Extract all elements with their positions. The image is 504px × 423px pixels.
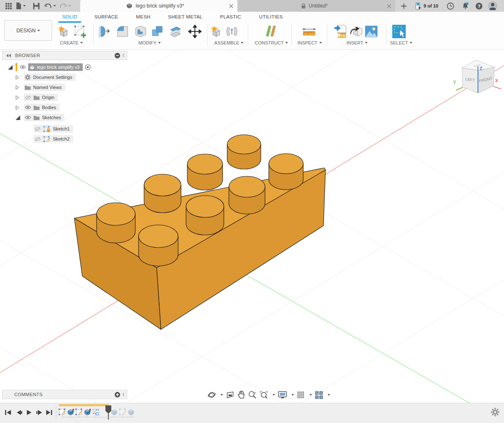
tab-sheet-metal[interactable]: SHEET METAL bbox=[168, 14, 202, 19]
tab-plastic[interactable]: PLASTIC bbox=[220, 14, 241, 19]
browser-item-sketch1[interactable]: Sketch1 bbox=[34, 125, 73, 133]
combine-button[interactable] bbox=[150, 24, 165, 39]
document-tab-active[interactable]: lego brick simplify v3* bbox=[80, 0, 237, 12]
root-document-pill[interactable]: lego brick simplify v3 bbox=[28, 63, 83, 71]
grid-settings-icon[interactable] bbox=[297, 391, 305, 399]
create-group-label[interactable]: CREATE bbox=[60, 40, 83, 45]
document-tab-inactive[interactable]: Untitled* bbox=[238, 0, 395, 12]
insert-svg-button[interactable]: SVG bbox=[333, 24, 347, 39]
browser-item-origin[interactable]: Origin bbox=[15, 93, 58, 102]
display-settings-icon[interactable] bbox=[278, 391, 287, 399]
app-grid-icon[interactable] bbox=[3, 0, 13, 12]
expand-triangle-icon[interactable] bbox=[15, 115, 21, 120]
view-cube[interactable]: TOP LEFT FRONT Z Y X bbox=[453, 60, 501, 93]
collapse-panel-icon[interactable] bbox=[6, 54, 11, 57]
help-icon[interactable]: ? bbox=[474, 0, 484, 12]
timeline-step-back-button[interactable] bbox=[14, 407, 24, 418]
collapsed-triangle-icon[interactable] bbox=[15, 75, 20, 80]
orbit-icon[interactable] bbox=[207, 391, 216, 399]
inspect-group-label[interactable]: INSPECT bbox=[297, 40, 322, 45]
timeline-go-to-end-button[interactable] bbox=[45, 407, 54, 418]
browser-item-bodies[interactable]: Bodies bbox=[15, 103, 60, 112]
joint-button[interactable] bbox=[225, 24, 239, 39]
clock-icon[interactable] bbox=[445, 0, 455, 12]
press-pull-button[interactable] bbox=[97, 24, 111, 39]
zoom-icon[interactable]: ± bbox=[248, 391, 257, 399]
create-sketch-button[interactable] bbox=[73, 24, 87, 39]
timeline-step-forward-button[interactable] bbox=[34, 407, 44, 418]
account-avatar[interactable] bbox=[486, 0, 499, 12]
browser-item-sketches[interactable]: Sketches bbox=[15, 113, 64, 122]
expand-triangle-icon[interactable] bbox=[8, 65, 13, 70]
minimize-panel-icon[interactable] bbox=[115, 53, 120, 58]
tab-utilities[interactable]: UTILITIES bbox=[259, 14, 283, 19]
activate-radio-icon[interactable] bbox=[85, 64, 91, 70]
comments-panel-header[interactable]: COMMENTS ‖ bbox=[2, 390, 127, 399]
undo-icon[interactable] bbox=[43, 0, 57, 12]
assemble-group-label[interactable]: ASSEMBLE bbox=[214, 40, 243, 45]
timeline-go-to-start-button[interactable] bbox=[3, 407, 13, 418]
new-tab-icon[interactable] bbox=[398, 0, 409, 12]
save-icon[interactable] bbox=[31, 0, 41, 12]
panel-drag-handle[interactable]: ‖ bbox=[123, 53, 124, 58]
file-menu-icon[interactable] bbox=[14, 0, 27, 12]
construct-plane-button[interactable] bbox=[264, 24, 278, 39]
modify-group-label[interactable]: MODIFY bbox=[139, 40, 161, 45]
browser-root-row[interactable]: lego brick simplify v3 bbox=[8, 63, 91, 71]
move-copy-button[interactable] bbox=[188, 24, 202, 39]
add-comment-icon[interactable] bbox=[115, 392, 120, 397]
tab-solid[interactable]: SOLID bbox=[62, 14, 77, 19]
pan-icon[interactable] bbox=[237, 391, 245, 399]
offset-face-button[interactable] bbox=[168, 24, 183, 39]
design-menu-button[interactable]: DESIGN bbox=[4, 20, 52, 41]
timeline-settings-gear-icon[interactable] bbox=[491, 407, 500, 417]
close-tab-icon[interactable] bbox=[387, 4, 391, 8]
fit-menu-caret[interactable] bbox=[273, 394, 275, 396]
orbit-menu-caret[interactable] bbox=[220, 394, 223, 396]
look-at-icon[interactable] bbox=[226, 391, 234, 399]
job-status-icon[interactable] bbox=[414, 0, 423, 12]
construct-group-label[interactable]: CONSTRUCT bbox=[255, 40, 288, 45]
fillet-button[interactable] bbox=[116, 24, 130, 39]
new-component-button[interactable] bbox=[209, 24, 223, 39]
job-status-count[interactable]: 9 of 10 bbox=[423, 0, 439, 12]
tab-mesh[interactable]: MESH bbox=[136, 14, 150, 19]
select-group-label[interactable]: SELECT bbox=[390, 40, 412, 45]
eye-off-icon[interactable] bbox=[25, 95, 31, 100]
close-tab-icon[interactable] bbox=[229, 4, 233, 8]
create-primitive-button[interactable] bbox=[57, 24, 71, 39]
measure-button[interactable] bbox=[302, 24, 316, 39]
eye-off-icon[interactable] bbox=[34, 137, 41, 141]
collapsed-triangle-icon[interactable] bbox=[15, 85, 20, 90]
browser-item-named-views[interactable]: Named Views bbox=[15, 83, 65, 91]
visibility-eye-icon[interactable] bbox=[20, 65, 26, 69]
tab-surface[interactable]: SURFACE bbox=[94, 14, 118, 19]
browser-panel-header[interactable]: BROWSER ‖ bbox=[2, 51, 127, 60]
insert-group-label[interactable]: INSERT bbox=[346, 40, 368, 45]
folder-icon bbox=[34, 95, 39, 100]
collapsed-triangle-icon[interactable] bbox=[15, 95, 20, 100]
notifications-bell-icon[interactable] bbox=[460, 0, 470, 12]
panel-drag-handle[interactable]: ‖ bbox=[123, 392, 124, 397]
viewports-icon[interactable] bbox=[315, 391, 323, 399]
grid-menu-caret[interactable] bbox=[310, 394, 312, 396]
select-button[interactable] bbox=[392, 24, 406, 39]
collapsed-triangle-icon[interactable] bbox=[15, 105, 20, 110]
insert-canvas-button[interactable] bbox=[364, 24, 378, 39]
insert-mesh-button[interactable] bbox=[349, 24, 363, 39]
sketch-edit-icon bbox=[43, 136, 50, 142]
viewport-canvas[interactable]: TOP LEFT FRONT Z Y X bbox=[0, 50, 504, 403]
redo-icon[interactable] bbox=[58, 0, 72, 12]
visibility-eye-icon[interactable] bbox=[25, 105, 31, 110]
fit-view-icon[interactable] bbox=[260, 391, 268, 399]
group-divider bbox=[291, 24, 292, 45]
shell-button[interactable] bbox=[134, 24, 148, 39]
browser-item-document-settings[interactable]: Document Settings bbox=[15, 73, 76, 81]
eye-off-icon[interactable] bbox=[34, 127, 41, 131]
lego-brick-body[interactable] bbox=[74, 135, 326, 329]
viewports-menu-caret[interactable] bbox=[328, 394, 330, 396]
browser-item-sketch2[interactable]: Sketch2 bbox=[34, 135, 73, 143]
visibility-eye-icon[interactable] bbox=[25, 115, 31, 120]
display-menu-caret[interactable] bbox=[291, 394, 294, 396]
timeline-play-button[interactable] bbox=[24, 407, 34, 418]
